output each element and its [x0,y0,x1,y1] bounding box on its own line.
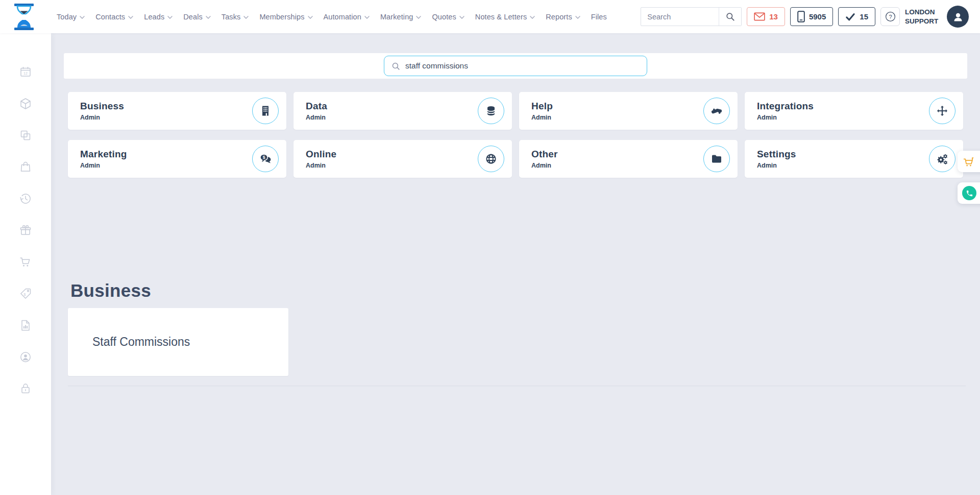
svg-text:$: $ [263,155,265,160]
card-title: Marketing [80,149,252,160]
nav-label: Leads [144,13,164,21]
calls-badge-button[interactable]: 5905 [790,7,833,26]
main-nav: Today Contacts Leads Deals Tasks Members… [57,13,607,21]
card-subtitle: Admin [80,114,252,121]
tasks-count: 15 [860,12,868,21]
nav-item-quotes[interactable]: Quotes [432,13,464,21]
card-title: Help [531,101,703,112]
calendar-icon: 12 [19,65,32,79]
help-button[interactable]: ? [880,7,900,26]
sidebar-item-cart[interactable] [0,246,51,278]
admin-search-box [384,56,647,76]
nav-item-leads[interactable]: Leads [144,13,173,21]
nav-item-contacts[interactable]: Contacts [95,13,133,21]
admin-card-grid: BusinessAdmin DataAdmin HelpAdmin Integr… [68,92,963,178]
chevron-down-icon [206,16,211,19]
sidebar-item-lock[interactable] [0,373,51,405]
folder-icon [710,153,723,165]
calls-count: 5905 [809,12,826,21]
card-title: Other [531,149,703,160]
header-search-input[interactable] [641,8,719,26]
cart-icon [962,155,976,169]
nav-item-files[interactable]: Files [591,13,607,21]
chevron-down-icon [308,16,313,19]
left-sidebar: 12 $ [0,33,51,495]
shopping-bag-icon [19,160,32,174]
card-title: Integrations [757,101,929,112]
nav-label: Today [57,13,77,21]
admin-card-help[interactable]: HelpAdmin [519,92,738,130]
envelope-icon [754,12,765,21]
result-item-label: Staff Commissions [92,335,190,349]
nav-item-deals[interactable]: Deals [183,13,211,21]
svg-text:$: $ [24,293,26,296]
messages-badge-button[interactable]: 13 [747,7,785,26]
svg-text:?: ? [889,14,892,20]
price-tag-icon: $ [19,287,32,300]
sidebar-item-report[interactable] [0,310,51,341]
admin-card-settings[interactable]: SettingsAdmin [745,140,963,178]
user-avatar[interactable] [947,6,969,28]
handshake-icon [710,104,723,117]
tasks-badge-button[interactable]: 15 [838,7,875,26]
messages-count: 13 [769,12,778,21]
admin-card-data[interactable]: DataAdmin [293,92,512,130]
card-subtitle: Admin [80,162,252,169]
nav-item-today[interactable]: Today [57,13,85,21]
nav-label: Deals [183,13,203,21]
nav-item-automation[interactable]: Automation [324,13,370,21]
gift-icon [19,224,32,237]
sidebar-item-history[interactable] [0,183,51,215]
database-icon [485,105,497,117]
chevron-down-icon [530,16,535,19]
nav-item-notes-letters[interactable]: Notes & Letters [475,13,535,21]
nav-label: Quotes [432,13,456,21]
sidebar-item-gift[interactable] [0,215,51,246]
header-right-cluster: 13 5905 15 ? LONDON SUPPORT [641,6,969,28]
floating-cart-button[interactable] [958,151,980,172]
chevron-down-icon [459,16,464,19]
chevron-down-icon [243,16,249,19]
sidebar-item-calendar[interactable]: 12 [0,56,51,88]
globe-icon [485,153,497,165]
history-icon [19,192,32,205]
card-subtitle: Admin [757,162,929,169]
question-mark-icon: ? [885,11,896,22]
admin-card-integrations[interactable]: IntegrationsAdmin [745,92,963,130]
card-subtitle: Admin [306,114,478,121]
search-icon [391,62,400,70]
chevron-down-icon [80,16,85,19]
admin-card-other[interactable]: OtherAdmin [519,140,738,178]
admin-card-online[interactable]: OnlineAdmin [293,140,512,178]
card-subtitle: Admin [531,114,703,121]
move-arrows-icon [936,105,948,117]
header-search-group [641,7,742,26]
admin-card-business[interactable]: BusinessAdmin [68,92,286,130]
sidebar-item-pages[interactable] [0,120,51,151]
app-logo-hourglass-icon[interactable] [14,4,34,30]
sidebar-item-account[interactable] [0,341,51,373]
nav-label: Automation [324,13,361,21]
card-title: Business [80,101,252,112]
sidebar-item-package[interactable] [0,88,51,120]
admin-search-input[interactable] [405,61,640,70]
building-icon [259,105,272,117]
nav-item-reports[interactable]: Reports [546,13,580,21]
person-icon [952,11,964,23]
admin-card-marketing[interactable]: MarketingAdmin $ [68,140,286,178]
nav-item-marketing[interactable]: Marketing [380,13,422,21]
nav-label: Marketing [380,13,413,21]
chevron-down-icon [364,16,370,19]
header-search-button[interactable] [719,8,741,26]
sidebar-item-shopping-bag[interactable] [0,151,51,183]
card-title: Data [306,101,478,112]
chevron-down-icon [575,16,580,19]
phone-bubble [962,186,976,200]
nav-label: Contacts [95,13,125,21]
sidebar-item-price-tag[interactable]: $ [0,278,51,310]
result-item-staff-commissions[interactable]: Staff Commissions [68,308,288,376]
floating-phone-button[interactable] [958,182,980,204]
nav-item-memberships[interactable]: Memberships [259,13,312,21]
card-title: Online [306,149,478,160]
nav-item-tasks[interactable]: Tasks [222,13,249,21]
